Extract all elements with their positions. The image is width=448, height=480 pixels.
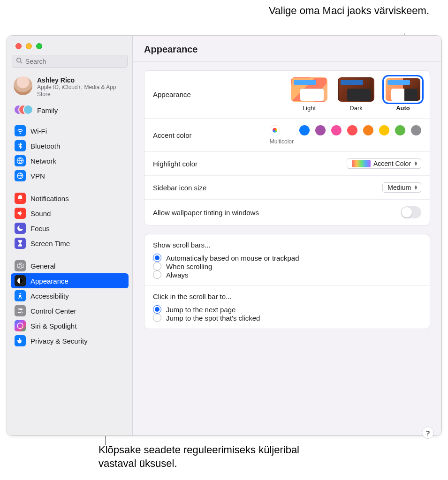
svg-line-1: [21, 62, 23, 64]
sidebar-item-focus[interactable]: Focus: [11, 221, 129, 236]
sidebar-item-label: Wi-Fi: [30, 127, 47, 135]
sidebar: Ashley Rico Apple ID, iCloud+, Media & A…: [7, 36, 133, 435]
appearance-label: Appearance: [153, 90, 191, 98]
svg-point-0: [17, 58, 21, 62]
highlight-value: Accent Color: [373, 160, 411, 167]
controls-icon: [15, 305, 26, 316]
appearance-row: Appearance LightDarkAuto: [144, 71, 430, 119]
sidebar-item-bluetooth[interactable]: Bluetooth: [11, 138, 129, 153]
avatar: [14, 76, 32, 95]
hourglass-icon: [15, 238, 26, 249]
highlight-popup[interactable]: Accent Color ▲▼: [347, 158, 421, 169]
sidebar-item-accessibility[interactable]: Accessibility: [11, 288, 129, 303]
network-icon: [15, 155, 26, 166]
svg-point-8: [18, 308, 20, 310]
gear-icon: [15, 260, 26, 271]
search-icon: [16, 57, 23, 66]
svg-point-10: [17, 323, 23, 329]
sidebar-item-screen-time[interactable]: Screen Time: [11, 236, 129, 251]
sidebar-item-network[interactable]: Network: [11, 153, 129, 168]
appearance-option-label: Auto: [385, 105, 421, 112]
siri-icon: [15, 320, 26, 331]
vpn-icon: [15, 170, 26, 181]
account-row[interactable]: Ashley Rico Apple ID, iCloud+, Media & A…: [7, 73, 132, 102]
appearance-options: LightDarkAuto: [291, 77, 421, 112]
sidebar-item-label: Screen Time: [30, 240, 70, 248]
radio-label: When scrolling: [166, 262, 212, 270]
accent-swatch[interactable]: [299, 125, 310, 135]
sidebar-item-siri-spotlight[interactable]: Siri & Spotlight: [11, 318, 129, 333]
accent-swatch[interactable]: [347, 125, 357, 135]
tinting-label: Allow wallpaper tinting in windows: [153, 209, 259, 217]
hand-icon: [15, 335, 26, 346]
sidebar-section-alerts: NotificationsSoundFocusScreen Time: [7, 189, 132, 253]
search-field[interactable]: [12, 55, 128, 68]
sidebar-item-label: Siri & Spotlight: [30, 322, 76, 330]
scrollbars-group: Show scroll bars... Automatically based …: [153, 241, 421, 279]
sidebar-item-vpn[interactable]: VPN: [11, 168, 129, 183]
highlight-row: Highlight color Accent Color ▲▼: [144, 152, 430, 176]
accent-swatch[interactable]: [411, 125, 421, 135]
close-button[interactable]: [15, 43, 22, 49]
accent-swatch[interactable]: [270, 125, 280, 135]
settings-window: Ashley Rico Apple ID, iCloud+, Media & A…: [7, 35, 442, 436]
accent-swatch[interactable]: [379, 125, 389, 135]
radio-option[interactable]: Always: [153, 270, 421, 279]
minimize-button[interactable]: [26, 43, 32, 49]
radio-button[interactable]: [153, 305, 161, 314]
sidebar-item-label: Accessibility: [30, 292, 69, 300]
radio-button[interactable]: [153, 254, 161, 262]
sidebar-item-label: Appearance: [30, 277, 68, 285]
appearance-option-auto[interactable]: Auto: [385, 77, 421, 112]
sidebar-item-label: Sound: [30, 210, 51, 218]
annotation-top: Valige oma Maci jaoks värviskeem.: [265, 4, 429, 18]
sidebar-item-wi-fi[interactable]: Wi-Fi: [11, 123, 129, 138]
sidebar-icon-label: Sidebar icon size: [153, 184, 206, 192]
sidebar-section-system: GeneralAppearanceAccessibilityControl Ce…: [7, 256, 132, 350]
bluetooth-icon: [15, 140, 26, 151]
sidebar-item-label: Network: [30, 157, 56, 165]
accent-swatch[interactable]: [363, 125, 373, 135]
search-input[interactable]: [25, 58, 123, 65]
family-label: Family: [37, 106, 58, 114]
radio-option[interactable]: Jump to the next page: [153, 305, 421, 314]
help-button[interactable]: ?: [422, 427, 434, 439]
sidebar-icon-value: Medium: [387, 184, 411, 191]
sidebar-item-general[interactable]: General: [11, 258, 129, 273]
svg-point-9: [21, 312, 22, 313]
radio-button[interactable]: [153, 262, 161, 270]
radio-label: Jump to the spot that's clicked: [166, 314, 260, 322]
appearance-card: Appearance LightDarkAuto Accent color Mu…: [144, 70, 430, 225]
radio-button[interactable]: [153, 270, 161, 279]
appearance-option-label: Light: [291, 105, 327, 112]
sidebar-item-notifications[interactable]: Notifications: [11, 191, 129, 206]
appearance-option-dark[interactable]: Dark: [338, 77, 374, 112]
tinting-toggle[interactable]: [401, 206, 421, 218]
accent-swatch[interactable]: [395, 125, 405, 135]
scrollbars-title: Show scroll bars...: [153, 241, 421, 249]
radio-option[interactable]: When scrolling: [153, 262, 421, 270]
window-controls: [7, 36, 132, 55]
sidebar-icon-popup[interactable]: Medium ▲▼: [382, 182, 421, 193]
radio-option[interactable]: Automatically based on mouse or trackpad: [153, 254, 421, 262]
appearance-icon: [15, 275, 26, 286]
accent-label: Accent color: [153, 131, 192, 139]
appearance-option-label: Dark: [338, 105, 374, 112]
sidebar-item-label: Privacy & Security: [30, 337, 88, 345]
sidebar-item-appearance[interactable]: Appearance: [11, 273, 129, 288]
radio-button[interactable]: [153, 314, 161, 322]
account-name: Ashley Rico: [37, 76, 126, 84]
zoom-button[interactable]: [36, 43, 42, 49]
chevron-updown-icon: ▲▼: [414, 161, 418, 166]
accent-swatch[interactable]: [315, 125, 326, 135]
accent-swatch[interactable]: [331, 125, 342, 135]
sidebar-item-privacy-security[interactable]: Privacy & Security: [11, 333, 129, 348]
family-row[interactable]: Family: [7, 102, 132, 121]
appearance-option-light[interactable]: Light: [291, 77, 327, 112]
sidebar-item-control-center[interactable]: Control Center: [11, 303, 129, 318]
sound-icon: [15, 208, 26, 219]
highlight-label: Highlight color: [153, 160, 197, 168]
radio-option[interactable]: Jump to the spot that's clicked: [153, 314, 421, 322]
sidebar-item-sound[interactable]: Sound: [11, 206, 129, 221]
wifi-icon: [15, 125, 26, 136]
